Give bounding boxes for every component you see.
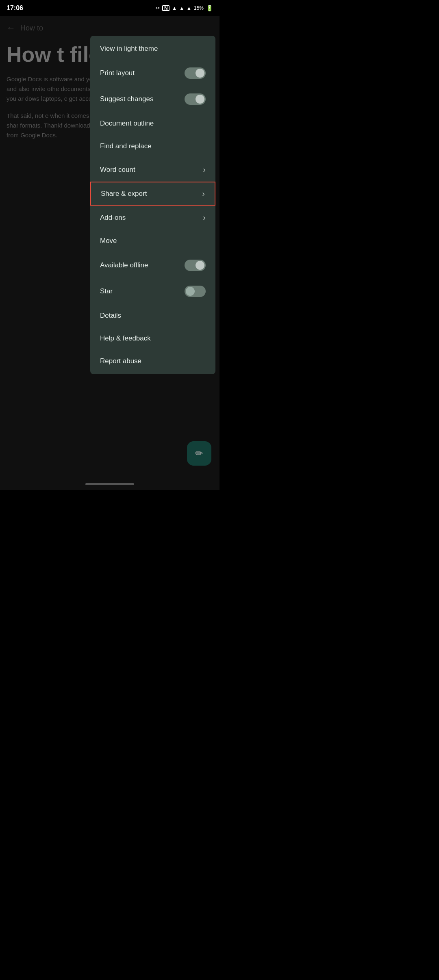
dropdown-menu: View in light theme Print layout Suggest… bbox=[90, 36, 215, 374]
menu-item-share-export-right: › bbox=[202, 189, 205, 198]
menu-item-add-ons-right: › bbox=[203, 213, 206, 222]
scissors-icon: ✂ bbox=[156, 5, 160, 11]
suggest-changes-toggle-knob bbox=[196, 95, 204, 104]
menu-item-move-label: Move bbox=[100, 237, 117, 245]
menu-item-document-outline[interactable]: Document outline bbox=[90, 112, 215, 135]
menu-item-help-feedback-label: Help & feedback bbox=[100, 334, 151, 343]
menu-item-print-layout-label: Print layout bbox=[100, 69, 135, 77]
menu-item-suggest-changes[interactable]: Suggest changes bbox=[90, 86, 215, 112]
menu-item-report-abuse-label: Report abuse bbox=[100, 357, 141, 365]
available-offline-toggle[interactable] bbox=[185, 260, 206, 271]
print-layout-toggle[interactable] bbox=[185, 67, 206, 79]
battery-text: 15% bbox=[194, 5, 204, 11]
menu-item-available-offline[interactable]: Available offline bbox=[90, 252, 215, 278]
menu-item-share-export-label: Share & export bbox=[101, 190, 147, 198]
menu-item-add-ons-label: Add-ons bbox=[100, 214, 126, 222]
bottom-nav-bar bbox=[85, 483, 134, 485]
signal-muted2-icon: ▲ bbox=[187, 5, 191, 11]
menu-item-details-label: Details bbox=[100, 312, 121, 320]
share-export-chevron-icon: › bbox=[202, 189, 205, 198]
menu-item-find-and-replace[interactable]: Find and replace bbox=[90, 135, 215, 158]
star-toggle[interactable] bbox=[185, 286, 206, 297]
menu-item-suggest-changes-label: Suggest changes bbox=[100, 95, 153, 103]
menu-item-star-right bbox=[185, 286, 206, 297]
suggest-changes-toggle[interactable] bbox=[185, 93, 206, 105]
menu-item-report-abuse[interactable]: Report abuse bbox=[90, 350, 215, 373]
add-ons-chevron-icon: › bbox=[203, 213, 206, 222]
menu-item-star-label: Star bbox=[100, 287, 113, 295]
menu-item-view-light-theme-label: View in light theme bbox=[100, 45, 158, 53]
star-toggle-knob bbox=[186, 287, 195, 296]
menu-item-help-feedback[interactable]: Help & feedback bbox=[90, 327, 215, 350]
status-time: 17:06 bbox=[7, 4, 23, 12]
menu-item-share-export[interactable]: Share & export › bbox=[90, 182, 215, 206]
status-icons: ✂ N ▲ ▲ ▲ 15% 🔋 bbox=[156, 5, 213, 11]
menu-item-add-ons[interactable]: Add-ons › bbox=[90, 206, 215, 230]
word-count-chevron-icon: › bbox=[203, 165, 206, 174]
menu-item-print-layout[interactable]: Print layout bbox=[90, 60, 215, 86]
battery-icon: 🔋 bbox=[206, 5, 213, 11]
menu-item-suggest-changes-right bbox=[185, 93, 206, 105]
menu-item-available-offline-label: Available offline bbox=[100, 261, 148, 269]
menu-item-view-light-theme[interactable]: View in light theme bbox=[90, 37, 215, 60]
menu-item-word-count-label: Word count bbox=[100, 166, 135, 174]
menu-item-document-outline-label: Document outline bbox=[100, 119, 154, 128]
print-layout-toggle-knob bbox=[196, 69, 204, 78]
menu-item-move[interactable]: Move bbox=[90, 230, 215, 252]
menu-item-star[interactable]: Star bbox=[90, 278, 215, 304]
menu-item-word-count-right: › bbox=[203, 165, 206, 174]
signal-muted-icon: ▲ bbox=[179, 5, 184, 11]
available-offline-toggle-knob bbox=[196, 261, 204, 270]
menu-item-print-layout-right bbox=[185, 67, 206, 79]
menu-item-find-and-replace-label: Find and replace bbox=[100, 142, 152, 150]
status-bar: 17:06 ✂ N ▲ ▲ ▲ 15% 🔋 bbox=[0, 0, 220, 16]
menu-item-available-offline-right bbox=[185, 260, 206, 271]
nfc-icon: N bbox=[162, 5, 170, 11]
menu-item-word-count[interactable]: Word count › bbox=[90, 158, 215, 182]
menu-item-details[interactable]: Details bbox=[90, 304, 215, 327]
wifi-icon: ▲ bbox=[172, 5, 177, 11]
